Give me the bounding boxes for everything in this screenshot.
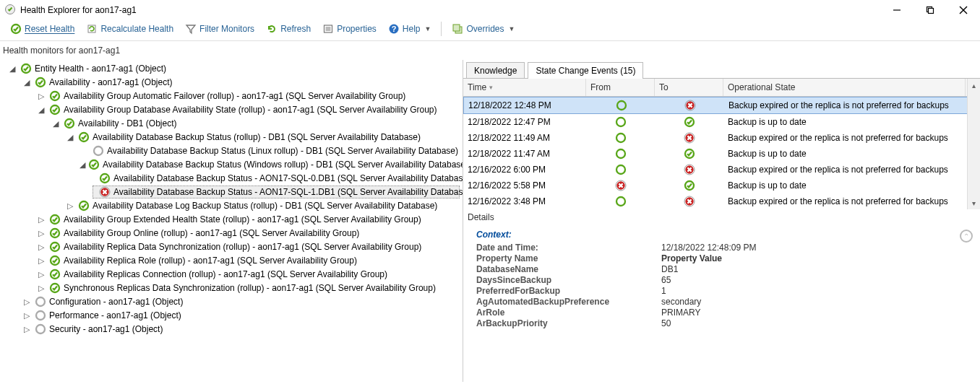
empty-icon <box>35 323 46 335</box>
tree-item[interactable]: ▷Synchronous Replicas Data Synchronizati… <box>35 282 460 294</box>
detail-key: ArRole <box>476 307 661 318</box>
detail-value: 65 <box>661 275 955 285</box>
tree-item[interactable]: ▷Availability Group Automatic Failover (… <box>35 90 460 102</box>
column-from[interactable]: From <box>586 79 655 96</box>
reset-health-button[interactable]: Reset Health <box>7 22 77 36</box>
ok-icon <box>49 90 61 102</box>
state-icon <box>615 196 627 207</box>
events-row[interactable]: 12/18/2022 12:48 PMBackup expired or the… <box>463 97 980 114</box>
events-row[interactable]: 12/16/2022 5:58 PMBackup is up to date <box>463 178 980 193</box>
ok-icon <box>49 214 61 225</box>
expand-icon[interactable]: ▷ <box>36 242 46 252</box>
expand-icon[interactable]: ▷ <box>65 201 75 211</box>
detail-value: 1 <box>661 286 955 296</box>
tree-item-performance[interactable]: ▷Performance - aon17-ag1 (Object) <box>20 309 460 322</box>
expand-icon[interactable]: ▷ <box>22 324 32 334</box>
events-row[interactable]: 12/18/2022 11:47 AMBackup is up to date <box>463 146 980 162</box>
tree-item[interactable]: ◢Availability - DB1 (Object) <box>49 117 460 130</box>
empty-icon <box>93 145 104 157</box>
expand-icon[interactable]: ▷ <box>36 256 46 266</box>
cell-state: Backup expired or the replica is not pre… <box>724 98 965 113</box>
refresh-button[interactable]: Refresh <box>263 22 314 36</box>
events-row[interactable]: 12/16/2022 6:00 PMBackup expired or the … <box>463 162 980 178</box>
cell-time: 12/18/2022 12:48 PM <box>464 98 587 113</box>
cell-to <box>655 146 723 162</box>
scrollbar[interactable]: ▴ ▾ <box>967 79 980 209</box>
tab-state-change-events[interactable]: State Change Events (15) <box>528 62 643 79</box>
events-row[interactable]: 12/18/2022 11:49 AMBackup expired or the… <box>463 130 980 146</box>
events-row[interactable]: 12/18/2022 12:47 PMBackup is up to date <box>463 114 980 130</box>
cell-time: 12/16/2022 6:00 PM <box>463 162 586 177</box>
tree-item[interactable]: ▷Availability Replica Role (rollup) - ao… <box>35 254 460 267</box>
column-time[interactable]: Time▾ <box>463 79 586 96</box>
tree-item[interactable]: ▷Availability Replica Data Synchronizati… <box>35 240 460 253</box>
title-bar: Health Explorer for aon17-ag1 <box>0 0 980 20</box>
empty-icon <box>35 296 46 307</box>
monitor-tree[interactable]: ◢ Entity Health - aon17-ag1 (Object) ◢ A… <box>0 60 463 382</box>
scroll-up-icon[interactable]: ▴ <box>968 79 980 92</box>
details-panel: ⌃ Context: Date and Time:12/18/2022 12:4… <box>463 225 980 382</box>
detail-value: 12/18/2022 12:48:09 PM <box>661 243 955 253</box>
tree-item[interactable]: ◢Availability Group Database Availabilit… <box>35 103 460 116</box>
collapse-icon[interactable]: ◢ <box>36 105 46 115</box>
cell-to <box>655 193 723 209</box>
detail-value: 50 <box>661 318 955 328</box>
tree-item[interactable]: ▷Availability Group Online (rollup) - ao… <box>35 227 460 240</box>
column-to[interactable]: To <box>655 79 723 96</box>
ok-icon <box>78 200 90 211</box>
cell-from <box>586 114 655 130</box>
expand-icon[interactable]: ▷ <box>36 283 46 293</box>
cell-to <box>656 97 724 113</box>
tree-item[interactable]: ▷Availability Database Log Backup Status… <box>64 199 460 212</box>
expand-icon[interactable]: ▷ <box>36 214 46 224</box>
app-icon <box>4 4 16 17</box>
help-button[interactable]: Help ▼ <box>385 22 434 36</box>
overrides-button[interactable]: Overrides ▼ <box>449 22 517 36</box>
collapse-icon[interactable]: ◢ <box>7 64 17 74</box>
cell-state: Backup expired or the replica is not pre… <box>723 131 966 145</box>
collapse-details-icon[interactable]: ⌃ <box>960 230 973 243</box>
tree-item[interactable]: ◢Availability Database Backup Status (ro… <box>64 131 460 144</box>
expand-icon[interactable]: ▷ <box>36 228 46 238</box>
details-heading: Details <box>463 209 980 225</box>
expand-icon[interactable]: ▷ <box>22 310 32 320</box>
collapse-icon[interactable]: ◢ <box>79 160 85 170</box>
properties-button[interactable]: Properties <box>319 22 379 36</box>
cell-from <box>586 193 655 209</box>
tree-item[interactable]: ·Availability Database Backup Status - A… <box>93 172 460 185</box>
critical-icon <box>99 186 111 198</box>
collapse-icon[interactable]: ◢ <box>22 77 32 87</box>
collapse-icon[interactable]: ◢ <box>51 118 61 128</box>
filter-monitors-button[interactable]: Filter Monitors <box>182 22 257 36</box>
tree-item-selected[interactable]: ·Availability Database Backup Status - A… <box>93 186 460 198</box>
ok-icon <box>99 173 111 184</box>
state-icon <box>684 180 695 191</box>
tree-item[interactable]: ▷Availability Replicas Connection (rollu… <box>35 268 460 281</box>
tree-item[interactable]: ▷Availability Group Extended Health Stat… <box>35 213 460 226</box>
ok-icon <box>49 282 61 294</box>
tree-item-configuration[interactable]: ▷Configuration - aon17-ag1 (Object) <box>20 295 460 308</box>
tree-item-security[interactable]: ▷Security - aon17-ag1 (Object) <box>20 323 460 336</box>
expand-icon[interactable]: ▷ <box>22 297 32 307</box>
help-icon <box>388 23 400 35</box>
ok-icon <box>49 269 61 280</box>
cell-state: Backup is up to date <box>723 115 966 129</box>
tab-knowledge[interactable]: Knowledge <box>466 62 525 79</box>
maximize-button[interactable] <box>914 0 947 20</box>
tree-item[interactable]: ◢Availability Database Backup Status (Wi… <box>78 158 460 171</box>
tree-item-entity-health[interactable]: ◢ Entity Health - aon17-ag1 (Object) <box>6 62 460 75</box>
events-row[interactable]: 12/16/2022 3:48 PMBackup expired or the … <box>463 193 980 209</box>
refresh-icon <box>266 23 278 35</box>
minimize-button[interactable] <box>880 0 914 20</box>
scroll-down-icon[interactable]: ▾ <box>968 196 980 209</box>
collapse-icon[interactable]: ◢ <box>65 132 75 142</box>
column-operational-state[interactable]: Operational State <box>723 79 966 96</box>
tree-item[interactable]: ·Availability Database Backup Status (Li… <box>78 144 460 157</box>
detail-key: DaysSinceBackup <box>476 275 661 285</box>
expand-icon[interactable]: ▷ <box>36 269 46 279</box>
ok-icon <box>49 227 61 239</box>
tree-item-availability[interactable]: ◢ Availability - aon17-ag1 (Object) <box>20 76 460 89</box>
close-button[interactable] <box>947 0 980 20</box>
recalculate-health-button[interactable]: Recalculate Health <box>83 22 176 36</box>
expand-icon[interactable]: ▷ <box>36 91 46 101</box>
